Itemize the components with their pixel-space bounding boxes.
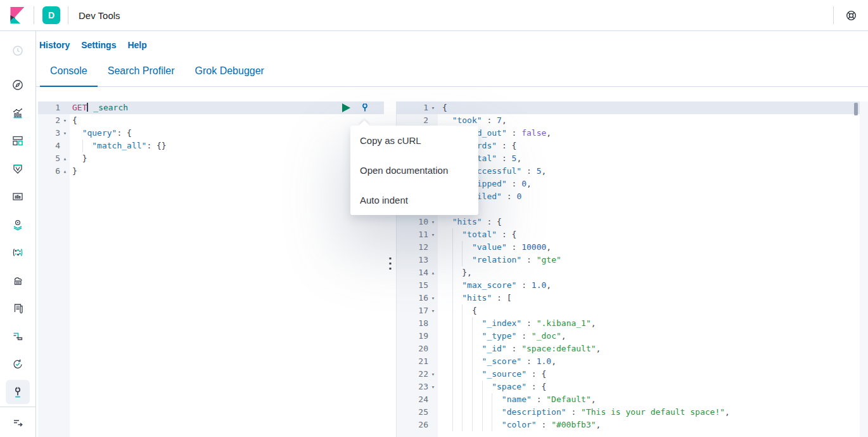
code-text[interactable]: "hits" : { bbox=[438, 216, 502, 228]
code-text[interactable]: "match_all": {} bbox=[70, 140, 167, 152]
editor-line[interactable]: 25"description" : "This is your default … bbox=[397, 406, 860, 419]
editor-line[interactable]: 1▾{ bbox=[397, 101, 860, 114]
fold-toggle-icon[interactable]: ▾ bbox=[428, 228, 438, 241]
response-scrollbar-thumb[interactable] bbox=[854, 103, 858, 115]
sidebar-item-uptime[interactable] bbox=[6, 352, 30, 376]
fold-toggle-icon[interactable]: ▴ bbox=[60, 152, 70, 165]
sidebar-item-monitoring[interactable] bbox=[6, 185, 30, 209]
sidebar-item-apm[interactable] bbox=[6, 324, 30, 348]
line-number: 19 bbox=[418, 330, 428, 342]
editor-line[interactable]: 23▾"space" : { bbox=[397, 381, 860, 393]
code-text[interactable]: "space" : { bbox=[438, 381, 546, 393]
code-text[interactable]: } bbox=[70, 165, 77, 178]
code-text[interactable]: "query": { bbox=[70, 127, 132, 140]
fold-toggle-icon[interactable]: ▾ bbox=[428, 216, 438, 228]
code-text[interactable]: { bbox=[438, 304, 477, 317]
fold-toggle-icon[interactable]: ▾ bbox=[428, 101, 438, 114]
send-request-button[interactable] bbox=[342, 103, 350, 112]
sidebar-item-canvas[interactable] bbox=[6, 157, 30, 181]
kibana-logo[interactable] bbox=[0, 0, 34, 30]
editor-line[interactable]: 10▾"hits" : { bbox=[397, 216, 860, 228]
request-options-button[interactable] bbox=[359, 102, 371, 114]
space-avatar[interactable]: D bbox=[42, 6, 60, 24]
scroll-document-icon bbox=[11, 302, 24, 315]
editor-line[interactable]: 19"_type" : "_doc", bbox=[397, 330, 860, 342]
code-text[interactable]: "took" : 7, bbox=[438, 114, 507, 127]
fold-toggle-icon[interactable]: ▴ bbox=[428, 266, 438, 279]
tab-grok-debugger[interactable]: Grok Debugger bbox=[185, 59, 274, 87]
code-text[interactable]: { bbox=[438, 101, 447, 114]
nav-link-settings[interactable]: Settings bbox=[81, 40, 116, 50]
editor-line[interactable]: 3▾"query": { bbox=[38, 127, 384, 140]
editor-line[interactable]: 20"_id" : "space:default", bbox=[397, 342, 860, 355]
sidebar bbox=[0, 31, 36, 437]
sidebar-item-discover[interactable] bbox=[6, 73, 30, 97]
sidebar-item-dashboard[interactable] bbox=[6, 129, 30, 153]
help-button[interactable] bbox=[834, 10, 868, 22]
sidebar-collapse-button[interactable] bbox=[6, 410, 30, 434]
tab-search-profiler[interactable]: Search Profiler bbox=[98, 59, 185, 87]
editor-line[interactable]: 16▾"hits" : [ bbox=[397, 292, 860, 304]
code-text[interactable]: "color" : "#00bfb3", bbox=[438, 419, 601, 431]
editor-line[interactable]: 6▴} bbox=[38, 165, 384, 178]
sidebar-item-machine-learning[interactable] bbox=[6, 240, 30, 264]
editor-line[interactable]: 21"_score" : 1.0, bbox=[397, 355, 860, 368]
editor-line[interactable]: 2▾{ bbox=[38, 114, 384, 127]
editor-line[interactable]: 14▴}, bbox=[397, 266, 860, 279]
fold-spacer bbox=[428, 241, 438, 254]
sidebar-item-maps[interactable] bbox=[6, 212, 30, 237]
code-text[interactable]: "total" : { bbox=[438, 228, 516, 241]
menu-item-auto-indent[interactable]: Auto indent bbox=[350, 185, 478, 215]
editor-line[interactable]: 2"took" : 7, bbox=[397, 114, 860, 127]
fold-toggle-icon[interactable]: ▾ bbox=[60, 127, 70, 140]
dashboard-grid-icon bbox=[11, 134, 24, 147]
code-text[interactable]: "hits" : [ bbox=[438, 292, 512, 304]
code-text[interactable]: "_score" : 1.0, bbox=[438, 355, 556, 368]
code-text[interactable]: { bbox=[70, 114, 77, 127]
sidebar-item-logs[interactable] bbox=[6, 296, 30, 320]
code-text[interactable]: } bbox=[70, 152, 87, 165]
code-text[interactable]: "_source" : { bbox=[438, 368, 546, 381]
editor-line[interactable]: 4"match_all": {} bbox=[38, 140, 384, 152]
header-divider bbox=[34, 6, 34, 24]
code-text[interactable]: "_id" : "space:default", bbox=[438, 342, 601, 355]
fold-toggle-icon[interactable]: ▾ bbox=[428, 304, 438, 317]
menu-item-open-documentation[interactable]: Open documentation bbox=[350, 155, 478, 185]
fold-toggle-icon[interactable]: ▾ bbox=[428, 381, 438, 393]
code-text[interactable]: }, bbox=[438, 266, 472, 279]
sidebar-item-dev-tools[interactable] bbox=[6, 380, 30, 404]
menu-item-copy-as-curl[interactable]: Copy as cURL bbox=[350, 126, 478, 155]
fold-toggle-icon[interactable]: ▾ bbox=[428, 368, 438, 381]
editor-line[interactable]: 18"_index" : ".kibana_1", bbox=[397, 317, 860, 330]
editor-line[interactable]: 22▾"_source" : { bbox=[397, 368, 860, 381]
editor-line[interactable]: 15"max_score" : 1.0, bbox=[397, 279, 860, 292]
editor-line[interactable]: 24"name" : "Default", bbox=[397, 393, 860, 406]
request-editor[interactable]: 1GET _search2▾{3▾"query": {4"match_all":… bbox=[38, 101, 384, 437]
tab-console[interactable]: Console bbox=[40, 59, 98, 87]
split-drag-handle[interactable] bbox=[389, 258, 391, 270]
editor-line[interactable]: 26"color" : "#00bfb3", bbox=[397, 419, 860, 431]
code-text[interactable]: "max_score" : 1.0, bbox=[438, 279, 551, 292]
code-text[interactable]: "description" : "This is your default sp… bbox=[438, 406, 730, 419]
chart-icon bbox=[11, 107, 24, 119]
fold-toggle-icon[interactable]: ▾ bbox=[60, 114, 70, 127]
code-text[interactable]: "_index" : ".kibana_1", bbox=[438, 317, 596, 330]
nav-link-help[interactable]: Help bbox=[127, 40, 146, 50]
editor-line[interactable]: 13"relation" : "gte" bbox=[397, 254, 860, 266]
editor-line[interactable]: 5▴} bbox=[38, 152, 384, 165]
editor-line[interactable]: 11▾"total" : { bbox=[397, 228, 860, 241]
fold-spacer bbox=[428, 317, 438, 330]
fold-toggle-icon[interactable]: ▾ bbox=[428, 292, 438, 304]
code-text[interactable]: "relation" : "gte" bbox=[438, 254, 561, 266]
sidebar-item-recently-viewed[interactable] bbox=[6, 39, 30, 63]
nav-link-history[interactable]: History bbox=[39, 40, 70, 50]
editor-line[interactable]: 17▾{ bbox=[397, 304, 860, 317]
code-text[interactable]: "value" : 10000, bbox=[438, 241, 551, 254]
uptime-check-icon bbox=[11, 358, 24, 370]
sidebar-item-visualize[interactable] bbox=[6, 101, 30, 125]
fold-toggle-icon[interactable]: ▴ bbox=[60, 165, 70, 178]
sidebar-item-infrastructure[interactable] bbox=[6, 268, 30, 292]
code-text[interactable]: "name" : "Default", bbox=[438, 393, 596, 406]
code-text[interactable]: "_type" : "_doc", bbox=[438, 330, 566, 342]
editor-line[interactable]: 12"value" : 10000, bbox=[397, 241, 860, 254]
